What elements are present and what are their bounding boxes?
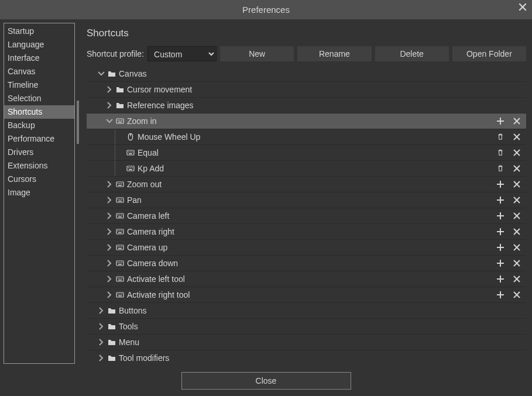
chevron-right-icon[interactable]: [106, 276, 113, 283]
chevron-right-icon[interactable]: [106, 102, 113, 109]
chevron-right-icon[interactable]: [106, 260, 113, 267]
tree-label: Camera down: [127, 259, 178, 268]
add-binding-button[interactable]: [496, 180, 505, 189]
tree-group-tool-modifiers[interactable]: Tool modifiers: [87, 350, 526, 364]
keyboard-icon: [116, 275, 124, 283]
clear-bindings-button[interactable]: [512, 259, 521, 268]
sidebar-item-selection[interactable]: Selection: [4, 92, 74, 105]
delete-binding-button[interactable]: [496, 132, 505, 142]
open-folder-button[interactable]: Open Folder: [452, 46, 526, 61]
folder-icon: [108, 307, 116, 315]
sidebar-resize-handle[interactable]: [77, 101, 79, 144]
tree-binding-mouse-wheel-up[interactable]: Mouse Wheel Up: [87, 129, 526, 145]
tree-action-camera-left[interactable]: Camera left: [87, 208, 526, 224]
chevron-right-icon[interactable]: [106, 228, 113, 235]
add-binding-button[interactable]: [496, 195, 505, 205]
chevron-right-icon[interactable]: [106, 86, 113, 93]
folder-icon: [108, 70, 116, 78]
clear-bindings-button[interactable]: [512, 274, 521, 284]
sidebar-item-shortcuts[interactable]: Shortcuts: [4, 105, 74, 119]
tree-binding-kp-add[interactable]: Kp Add: [87, 161, 526, 177]
tree-action-zoom-out[interactable]: Zoom out: [87, 177, 526, 192]
add-binding-button[interactable]: [496, 274, 505, 284]
preferences-sidebar: Startup Language Interface Canvas Timeli…: [4, 23, 75, 364]
tree-group-buttons[interactable]: Buttons: [87, 303, 526, 319]
profile-select[interactable]: Custom: [147, 46, 217, 61]
tree-label: Reference images: [127, 101, 194, 110]
chevron-right-icon[interactable]: [106, 197, 113, 204]
keyboard-icon: [116, 259, 124, 267]
profile-label: Shortcut profile:: [87, 49, 144, 58]
clear-bindings-button[interactable]: [512, 227, 521, 236]
chevron-right-icon[interactable]: [98, 307, 105, 314]
chevron-right-icon[interactable]: [106, 212, 113, 219]
tree-group-canvas[interactable]: Canvas: [87, 66, 526, 82]
delete-binding-button[interactable]: [496, 148, 505, 157]
chevron-down-icon[interactable]: [106, 118, 113, 125]
tree-action-camera-up[interactable]: Camera up: [87, 240, 526, 256]
chevron-right-icon[interactable]: [106, 291, 113, 298]
tree-label: Tools: [119, 322, 138, 331]
sidebar-item-language[interactable]: Language: [4, 38, 74, 51]
add-binding-button[interactable]: [496, 243, 505, 252]
keyboard-icon: [116, 291, 124, 299]
chevron-right-icon[interactable]: [106, 244, 113, 251]
tree-group-reference-images[interactable]: Reference images: [87, 98, 526, 113]
tree-action-activate-right-tool[interactable]: Activate right tool: [87, 287, 526, 303]
chevron-down-icon[interactable]: [98, 70, 105, 77]
clear-bindings-button[interactable]: [512, 290, 521, 299]
tree-action-activate-left-tool[interactable]: Activate left tool: [87, 271, 526, 287]
add-binding-button[interactable]: [496, 259, 505, 268]
chevron-right-icon[interactable]: [106, 181, 113, 188]
keyboard-icon: [116, 228, 124, 236]
sidebar-item-startup[interactable]: Startup: [4, 25, 74, 38]
chevron-right-icon[interactable]: [98, 354, 105, 361]
clear-bindings-button[interactable]: [512, 180, 521, 189]
remove-binding-button[interactable]: [512, 164, 521, 173]
sidebar-item-performance[interactable]: Performance: [4, 132, 74, 146]
tree-label: Mouse Wheel Up: [138, 132, 200, 142]
add-binding-button[interactable]: [496, 116, 505, 126]
clear-bindings-button[interactable]: [512, 195, 521, 205]
tree-binding-equal[interactable]: Equal: [87, 145, 526, 161]
delete-button[interactable]: Delete: [375, 46, 449, 61]
chevron-right-icon[interactable]: [98, 339, 105, 346]
folder-icon: [108, 338, 116, 346]
new-button[interactable]: New: [220, 46, 294, 61]
dialog-footer: Close: [0, 367, 532, 396]
window-close-button[interactable]: [518, 2, 527, 12]
close-button[interactable]: Close: [181, 372, 351, 390]
sidebar-item-timeline[interactable]: Timeline: [4, 78, 74, 92]
add-binding-button[interactable]: [496, 211, 505, 221]
tree-group-tools[interactable]: Tools: [87, 319, 526, 335]
tree-label: Pan: [127, 195, 142, 205]
clear-bindings-button[interactable]: [512, 116, 521, 126]
keyboard-icon: [116, 180, 124, 188]
remove-binding-button[interactable]: [512, 148, 521, 157]
add-binding-button[interactable]: [496, 290, 505, 299]
keyboard-icon: [116, 196, 124, 204]
chevron-right-icon[interactable]: [98, 323, 105, 330]
sidebar-item-backup[interactable]: Backup: [4, 119, 74, 132]
tree-action-camera-right[interactable]: Camera right: [87, 224, 526, 240]
tree-group-cursor-movement[interactable]: Cursor movement: [87, 82, 526, 98]
sidebar-item-image[interactable]: Image: [4, 186, 74, 199]
panel-title: Shortcuts: [87, 27, 526, 39]
add-binding-button[interactable]: [496, 227, 505, 236]
rename-button[interactable]: Rename: [297, 46, 371, 61]
clear-bindings-button[interactable]: [512, 211, 521, 221]
tree-group-menu[interactable]: Menu: [87, 335, 526, 350]
sidebar-item-cursors[interactable]: Cursors: [4, 173, 74, 186]
sidebar-item-canvas[interactable]: Canvas: [4, 65, 74, 78]
tree-action-zoom-in[interactable]: Zoom in: [87, 113, 526, 129]
sidebar-item-drivers[interactable]: Drivers: [4, 146, 74, 159]
clear-bindings-button[interactable]: [512, 243, 521, 252]
keyboard-icon: [126, 164, 135, 173]
keyboard-icon: [116, 117, 124, 125]
sidebar-item-interface[interactable]: Interface: [4, 51, 74, 65]
remove-binding-button[interactable]: [512, 132, 521, 142]
tree-action-camera-down[interactable]: Camera down: [87, 256, 526, 271]
sidebar-item-extensions[interactable]: Extensions: [4, 159, 74, 173]
tree-action-pan[interactable]: Pan: [87, 192, 526, 208]
delete-binding-button[interactable]: [496, 164, 505, 173]
